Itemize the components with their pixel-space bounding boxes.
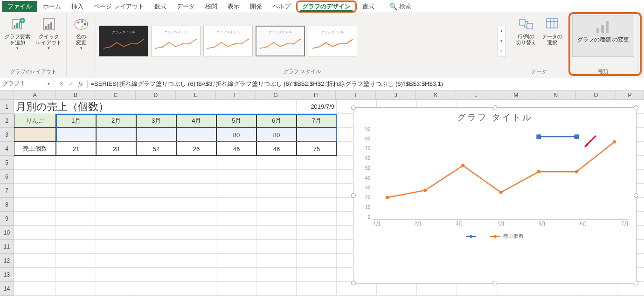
row-header[interactable]: 3	[0, 128, 14, 142]
cell[interactable]	[56, 184, 96, 198]
embedded-chart[interactable]: グラフ タイトル 9080706050403020100 1月2月3月4月5月6…	[353, 107, 637, 284]
chart-style-thumb-5[interactable]: グラフ タイトル	[308, 26, 357, 56]
search-box[interactable]: 🔍 検索	[389, 2, 411, 11]
cell[interactable]	[337, 282, 377, 296]
cell[interactable]	[96, 226, 136, 240]
cell[interactable]	[297, 254, 337, 268]
tab-format[interactable]: 書式	[358, 1, 379, 12]
cell[interactable]	[136, 282, 176, 296]
change-colors-button[interactable]: 色の 変更 ▾	[69, 15, 93, 51]
row-header[interactable]: 13	[0, 268, 14, 282]
resize-handle-se[interactable]	[634, 281, 638, 285]
title-cell[interactable]: 月別の売上（個数）	[14, 100, 297, 114]
cell[interactable]	[176, 254, 216, 268]
cell[interactable]	[96, 268, 136, 282]
cell[interactable]	[14, 184, 56, 198]
resize-handle-nw[interactable]	[351, 105, 356, 110]
resize-handle-n[interactable]	[492, 105, 497, 110]
add-chart-element-button[interactable]: + グラフ要素 を追加 ▾	[3, 15, 32, 51]
cell[interactable]	[176, 240, 216, 254]
cell[interactable]: 26	[176, 142, 216, 156]
column-header[interactable]: I	[336, 90, 376, 99]
cell[interactable]	[136, 240, 176, 254]
formula-input[interactable]	[88, 80, 644, 87]
cell[interactable]	[96, 156, 136, 170]
cell[interactable]: 3月	[136, 114, 176, 128]
formula-enter-button[interactable]: ✓	[69, 80, 74, 87]
cell[interactable]	[216, 212, 256, 226]
cell[interactable]	[56, 156, 96, 170]
cell[interactable]	[256, 198, 297, 212]
cell[interactable]	[56, 254, 96, 268]
cell[interactable]	[176, 282, 216, 296]
cell[interactable]	[176, 156, 216, 170]
row-header[interactable]: 10	[0, 226, 14, 240]
cell[interactable]	[537, 282, 577, 296]
cell[interactable]	[256, 254, 297, 268]
column-header[interactable]: D	[136, 90, 176, 99]
cell[interactable]	[96, 170, 136, 184]
tab-insert[interactable]: 挿入	[67, 1, 88, 12]
cell[interactable]: 4月	[176, 114, 216, 128]
cell[interactable]: 5月	[216, 114, 256, 128]
cell[interactable]	[216, 184, 256, 198]
column-header[interactable]: P	[616, 90, 644, 99]
cell[interactable]	[297, 128, 337, 142]
tab-view[interactable]: 表示	[223, 1, 244, 12]
cell[interactable]	[216, 240, 256, 254]
cell[interactable]	[136, 254, 176, 268]
cell[interactable]	[56, 128, 96, 142]
cell[interactable]	[617, 282, 644, 296]
cell[interactable]	[14, 268, 56, 282]
cell[interactable]	[14, 156, 56, 170]
chart-plot-area[interactable]: 9080706050403020100 1月2月3月4月5月6月7月	[357, 126, 632, 229]
cell[interactable]	[256, 240, 297, 254]
cell[interactable]	[216, 156, 256, 170]
cell[interactable]	[256, 268, 297, 282]
gallery-scroll-down[interactable]: ▾	[498, 36, 506, 46]
cell[interactable]	[256, 184, 297, 198]
resize-handle-sw[interactable]	[351, 281, 356, 285]
column-header[interactable]: H	[296, 90, 336, 99]
cell[interactable]	[14, 198, 56, 212]
column-header[interactable]: O	[576, 90, 616, 99]
cell[interactable]	[14, 212, 56, 226]
resize-handle-ne[interactable]	[634, 105, 638, 110]
chart-legend[interactable]: 売上個数	[357, 233, 632, 240]
row-header[interactable]: 2	[0, 114, 14, 128]
row-header[interactable]: 14	[0, 282, 14, 296]
cell[interactable]	[216, 226, 256, 240]
tab-developer[interactable]: 開発	[245, 1, 267, 12]
chart-style-thumb-2[interactable]: グラフ タイトル	[151, 26, 201, 56]
cell[interactable]: りんご	[14, 114, 56, 128]
tab-formulas[interactable]: 数式	[150, 1, 171, 12]
column-header[interactable]: A	[14, 90, 56, 99]
cell[interactable]	[256, 170, 297, 184]
cell[interactable]	[176, 170, 216, 184]
cell[interactable]	[176, 184, 216, 198]
row-header[interactable]: 5	[0, 156, 14, 170]
chart-title[interactable]: グラフ タイトル	[357, 111, 632, 124]
cell[interactable]: 75	[297, 142, 337, 156]
cell[interactable]	[176, 212, 216, 226]
cell[interactable]	[136, 170, 176, 184]
cell[interactable]	[176, 268, 216, 282]
cell[interactable]	[256, 212, 297, 226]
cell[interactable]: 46	[216, 142, 256, 156]
cell[interactable]	[297, 268, 337, 282]
cell[interactable]	[297, 212, 337, 226]
column-header[interactable]: E	[176, 90, 216, 99]
column-header[interactable]: J	[376, 90, 416, 99]
column-headers[interactable]: ABCDEFGHIJKLMNOP	[14, 90, 644, 100]
cell[interactable]	[377, 282, 417, 296]
legend-item-series2[interactable]: 売上個数	[490, 233, 524, 240]
resize-handle-s[interactable]	[492, 281, 497, 285]
cell[interactable]	[56, 226, 96, 240]
row-header[interactable]: 8	[0, 198, 14, 212]
cell[interactable]	[417, 282, 457, 296]
tab-home[interactable]: ホーム	[38, 1, 66, 12]
cell[interactable]: 7月	[297, 114, 337, 128]
cell[interactable]	[497, 282, 537, 296]
switch-row-column-button[interactable]: 行/列の 切り替え	[514, 15, 538, 47]
column-header[interactable]: F	[216, 90, 256, 99]
